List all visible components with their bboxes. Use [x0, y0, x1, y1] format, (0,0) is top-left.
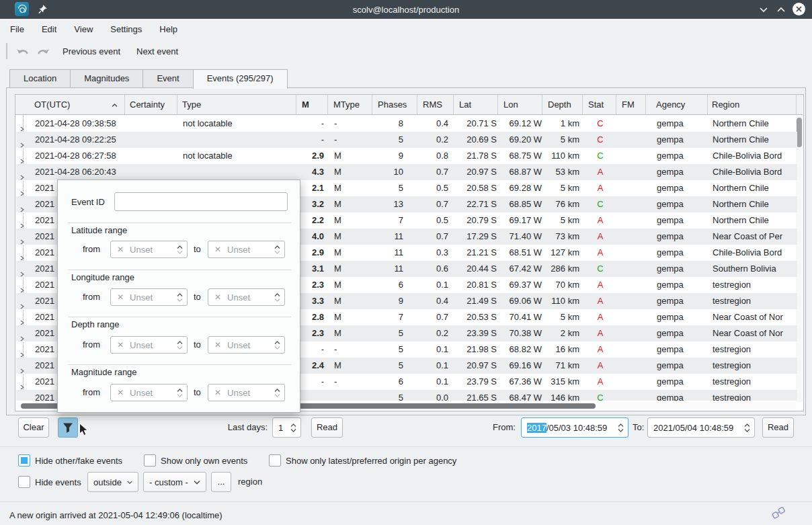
spinner-arrows-icon[interactable] — [177, 245, 183, 254]
clear-value-icon[interactable]: ✕ — [117, 388, 124, 397]
expand-arrow-icon[interactable] — [19, 169, 25, 180]
clear-value-icon[interactable]: ✕ — [214, 388, 221, 397]
expand-arrow-icon[interactable] — [19, 121, 25, 132]
titlebar[interactable]: scolv@localhost/production — [0, 0, 812, 19]
clear-value-icon[interactable]: ✕ — [117, 340, 124, 350]
hide-events-checkbox[interactable] — [18, 476, 30, 488]
clear-value-icon[interactable]: ✕ — [117, 292, 124, 302]
expand-arrow-icon[interactable] — [19, 298, 25, 309]
toolbar-drag-handle[interactable] — [6, 43, 7, 59]
from-datetime-field[interactable]: 2017 /05/03 10:48:59 — [521, 417, 628, 438]
expand-arrow-icon[interactable] — [19, 137, 25, 148]
magnitude-range-from-spinbox[interactable]: ✕Unset — [110, 384, 188, 401]
minimize-button[interactable] — [757, 3, 770, 16]
spinner-arrows-icon[interactable] — [177, 389, 183, 397]
clear-value-icon[interactable]: ✕ — [214, 340, 221, 350]
longitude-range-to-spinbox[interactable]: ✕Unset — [208, 288, 285, 306]
hide-other-fake-events-label[interactable]: Hide other/fake events — [35, 455, 122, 467]
show-only-own-events-label[interactable]: Show only own events — [161, 455, 247, 467]
connection-status-icon[interactable] — [770, 505, 786, 523]
tab-events-295-297[interactable]: Events (295/297) — [193, 69, 288, 89]
region-preset-dropdown[interactable]: - custom - — [143, 472, 206, 492]
expand-arrow-icon[interactable] — [19, 363, 25, 374]
column-header-lat[interactable]: Lat — [454, 95, 498, 114]
read-range-button[interactable]: Read — [762, 417, 794, 438]
expand-arrow-icon[interactable] — [19, 395, 25, 401]
spinner-arrows-icon[interactable] — [177, 293, 183, 302]
spinner-arrows-icon[interactable] — [177, 341, 183, 350]
expand-arrow-icon[interactable] — [19, 379, 25, 390]
spinner-arrows-icon[interactable] — [618, 423, 624, 432]
depth-range-from-spinbox[interactable]: ✕Unset — [110, 336, 188, 354]
longitude-range-from-spinbox[interactable]: ✕Unset — [110, 288, 188, 306]
tab-location[interactable]: Location — [9, 69, 70, 88]
column-header-ot-utc[interactable]: OT(UTC) — [15, 95, 125, 114]
previous-event-button[interactable]: Previous event — [54, 44, 128, 59]
menu-view[interactable]: View — [65, 21, 102, 38]
tab-magnitudes[interactable]: Magnitudes — [70, 69, 143, 88]
menu-edit[interactable]: Edit — [33, 21, 65, 38]
expand-arrow-icon[interactable] — [19, 250, 25, 261]
spinner-arrows-icon[interactable] — [290, 423, 296, 432]
column-header-phases[interactable]: Phases — [372, 95, 417, 114]
clear-button[interactable]: Clear — [18, 417, 49, 438]
table-row[interactable]: 2021-04-28 09:22:25--50.220.69 S69.20 W5… — [16, 132, 797, 148]
column-header-region[interactable]: Region — [708, 95, 797, 114]
back-event-icon[interactable] — [14, 44, 32, 58]
table-row[interactable]: 2021-04-28 06:20:434.3M100.720.97 S68.87… — [16, 164, 797, 180]
read-last-days-button[interactable]: Read — [311, 417, 343, 438]
show-only-latest-origin-checkbox[interactable] — [269, 454, 281, 467]
pin-icon[interactable] — [38, 4, 48, 16]
next-event-button[interactable]: Next event — [128, 44, 186, 59]
expand-arrow-icon[interactable] — [19, 234, 25, 245]
latitude-range-to-spinbox[interactable]: ✕Unset — [208, 241, 285, 258]
spinner-arrows-icon[interactable] — [274, 245, 280, 254]
hide-events-label[interactable]: Hide events — [35, 477, 81, 489]
spinner-arrows-icon[interactable] — [274, 293, 280, 302]
column-header-m[interactable]: M — [296, 95, 328, 114]
tab-event[interactable]: Event — [143, 69, 192, 88]
clear-value-icon[interactable]: ✕ — [214, 292, 221, 302]
expand-arrow-icon[interactable] — [19, 331, 25, 341]
expand-arrow-icon[interactable] — [19, 153, 25, 164]
show-only-latest-origin-label[interactable]: Show only latest/preferred origin per ag… — [286, 455, 456, 467]
latitude-range-from-spinbox[interactable]: ✕Unset — [110, 241, 188, 258]
vertical-scrollbar-thumb[interactable] — [797, 118, 802, 147]
inside-outside-dropdown[interactable]: outside — [87, 472, 138, 492]
filter-toggle-button[interactable] — [58, 417, 78, 438]
table-row[interactable]: 2021-04-28 06:27:58not locatable2.9M90.8… — [16, 148, 797, 164]
expand-arrow-icon[interactable] — [19, 315, 25, 325]
menu-help[interactable]: Help — [151, 21, 186, 38]
maximize-button[interactable] — [774, 3, 788, 16]
spinner-arrows-icon[interactable] — [274, 389, 280, 397]
clear-value-icon[interactable]: ✕ — [214, 245, 221, 254]
column-header-fm[interactable]: FM — [616, 95, 646, 114]
menu-file[interactable]: File — [1, 21, 33, 38]
expand-arrow-icon[interactable] — [19, 186, 25, 196]
to-datetime-field[interactable]: 2021/05/04 10:48:59 — [647, 417, 755, 438]
spinner-arrows-icon[interactable] — [274, 341, 280, 350]
expand-arrow-icon[interactable] — [19, 282, 25, 293]
clear-value-icon[interactable]: ✕ — [117, 245, 124, 254]
expand-arrow-icon[interactable] — [19, 347, 25, 358]
column-header-lon[interactable]: Lon — [498, 95, 542, 114]
table-row[interactable]: 2021-04-28 09:38:58not locatable--80.420… — [16, 116, 797, 132]
spinner-arrows-icon[interactable] — [744, 423, 750, 432]
last-days-spinbox[interactable]: 1 — [272, 417, 301, 438]
column-header-agency[interactable]: Agency — [646, 95, 708, 114]
forward-event-icon[interactable] — [34, 44, 52, 58]
region-more-button[interactable]: ... — [211, 472, 231, 492]
menu-settings[interactable]: Settings — [102, 21, 151, 38]
close-button[interactable] — [793, 3, 805, 15]
event-id-input[interactable] — [114, 192, 288, 211]
hide-other-fake-events-checkbox[interactable] — [18, 454, 30, 467]
expand-arrow-icon[interactable] — [19, 202, 25, 212]
column-header-depth[interactable]: Depth — [542, 95, 583, 114]
column-header-stat[interactable]: Stat — [583, 95, 616, 114]
column-header-certainty[interactable]: Certainty — [125, 95, 177, 114]
column-header-rms[interactable]: RMS — [417, 95, 454, 114]
expand-arrow-icon[interactable] — [19, 218, 25, 229]
expand-arrow-icon[interactable] — [19, 266, 25, 277]
column-header-type[interactable]: Type — [177, 95, 296, 114]
show-only-own-events-checkbox[interactable] — [144, 454, 156, 467]
